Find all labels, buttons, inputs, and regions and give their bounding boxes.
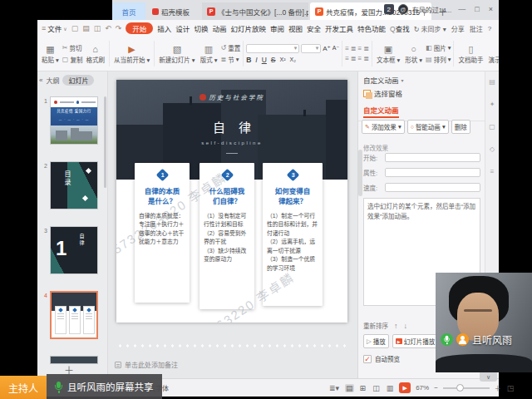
restore-button[interactable]: □ xyxy=(472,5,481,13)
slide-thumbnail-3[interactable]: 1 自律 xyxy=(50,226,98,274)
delete-effect-button[interactable]: 删除 xyxy=(451,120,470,134)
selection-pane-button[interactable]: 选择窗格 xyxy=(363,88,402,98)
slide-thumbnail-2[interactable]: 目录 xyxy=(50,161,98,209)
chevron-down-icon[interactable]: ▾ xyxy=(401,77,404,83)
decrease-font-icon[interactable]: A⁻ xyxy=(332,45,339,52)
present-tools-button[interactable]: ◫ 演示工具 ▾ xyxy=(486,38,499,69)
doc-assistant-button[interactable]: ▯ 文档助手 xyxy=(456,38,485,69)
line-spacing-icon[interactable]: ≣ xyxy=(363,55,369,62)
close-button[interactable]: × xyxy=(486,5,495,13)
content-card-3[interactable]: 3 如何变得自 律起来？ （1）制定一个可行性的目标和计划，并付诸行动 （2）远… xyxy=(263,163,323,306)
subscript-button[interactable]: X₂ xyxy=(290,57,296,62)
smart-animation-button[interactable]: ○智能动画 ▾ xyxy=(407,120,449,134)
slide-canvas[interactable]: 历史与社会学院 自律 self-discipline 1 自律的本质 是什么？ … xyxy=(116,80,347,323)
zoom-in-button[interactable]: ＋ xyxy=(495,383,501,392)
design-pane-icon[interactable]: ▢ xyxy=(489,123,495,131)
layout-button[interactable]: ▥ 版式 ▾ xyxy=(199,38,219,69)
menu-find[interactable]: Q查找 xyxy=(390,23,410,33)
superscript-button[interactable]: X² xyxy=(280,57,286,62)
copy-button[interactable]: ▢复制 xyxy=(62,55,83,64)
align-left-icon[interactable]: ≡ xyxy=(345,55,349,62)
zoom-out-button[interactable]: − xyxy=(434,384,438,392)
bullet-list-icon[interactable]: ≡ xyxy=(345,45,349,52)
zoom-level[interactable]: 67% xyxy=(416,384,429,392)
notes-page-icon[interactable]: ▥ xyxy=(386,384,395,392)
tab-animation[interactable]: 动画 xyxy=(212,23,226,33)
minimize-button[interactable]: — xyxy=(456,5,468,13)
tab-home[interactable]: 首页 xyxy=(112,2,145,20)
tab-start[interactable]: 开始 xyxy=(126,22,153,34)
add-effect-button[interactable]: ✎添加效果 ▾ xyxy=(362,120,405,134)
zoom-slider-knob[interactable] xyxy=(456,384,464,392)
slide-thumbnail-4-selected[interactable] xyxy=(50,291,98,339)
comment-button[interactable]: 批注 xyxy=(470,24,483,33)
outdent-icon[interactable]: ≣ xyxy=(363,45,369,52)
panel-scrollbar[interactable] xyxy=(104,96,106,188)
file-menu[interactable]: ≡ 文件 ∨ xyxy=(42,23,67,33)
number-list-icon[interactable]: ≣ xyxy=(351,45,357,52)
screen-share-banner[interactable]: 且听风雨的屏幕共享 xyxy=(47,374,162,399)
notes-hint-row[interactable]: 单击此处添加备注 xyxy=(115,360,178,369)
account-name[interactable]: 有风的过14... xyxy=(412,5,452,14)
more-icon[interactable]: ⋮ xyxy=(496,25,499,32)
animation-pane-icon[interactable]: ✦ xyxy=(490,101,495,108)
tab-review[interactable]: 审阅 xyxy=(270,23,284,33)
picture-button[interactable]: ◧图片 ▾ xyxy=(426,43,451,52)
tab-slideshow[interactable]: 幻灯片放映 xyxy=(230,23,266,33)
underline-button[interactable]: U xyxy=(262,56,267,64)
tab-view[interactable]: 视图 xyxy=(288,23,303,33)
play-button[interactable]: ▷播放 xyxy=(363,334,389,348)
share-button[interactable]: 分享 xyxy=(451,24,465,33)
help-button[interactable]: ? xyxy=(488,25,491,32)
tab-insert[interactable]: 插入 xyxy=(157,23,171,33)
redo-icon[interactable]: ↷ xyxy=(116,24,122,32)
tab-docer-templates[interactable]: 稻壳模板 xyxy=(147,2,200,20)
normal-view-icon[interactable]: ▤ xyxy=(345,384,354,392)
zoom-slider[interactable] xyxy=(443,382,490,393)
notes-splitter-dots[interactable] xyxy=(116,342,347,349)
shape-pane-icon[interactable]: ◇ xyxy=(490,145,495,153)
text-box-button[interactable]: ▣ 文本框 ▾ xyxy=(375,38,401,69)
fit-slide-icon[interactable]: ◳ xyxy=(506,384,515,392)
tab-devtools[interactable]: 开发工具 xyxy=(325,23,353,33)
tab-features[interactable]: 特色功能 xyxy=(357,23,386,33)
font-name-select[interactable]: ▾ xyxy=(246,44,299,53)
property-select[interactable] xyxy=(385,168,480,177)
format-painter-button[interactable]: ⌂ 格式刷 xyxy=(84,38,106,69)
slide-thumbnail-1[interactable]: 共克疫情 爱国力行 — · — · — · — xyxy=(50,96,98,145)
outline-tab[interactable]: 大纲 xyxy=(46,76,59,85)
auto-preview-checkbox[interactable]: ✓ xyxy=(363,355,372,363)
move-up-icon[interactable]: ↑ xyxy=(394,322,398,330)
slide-play-button[interactable]: ▶幻灯片播放 xyxy=(392,334,439,348)
properties-icon[interactable]: ▤ xyxy=(489,78,495,86)
avatar[interactable]: @ xyxy=(398,4,408,14)
tab-design[interactable]: 设计 xyxy=(175,23,190,33)
shape-button[interactable]: ○ 形状 ▾ xyxy=(403,38,424,69)
webcam-video-overlay[interactable]: 且听风雨 xyxy=(436,273,532,372)
sync-status[interactable]: ↻ 未同步 ▾ xyxy=(414,24,446,33)
bold-button[interactable]: B xyxy=(246,56,251,64)
preview-icon[interactable]: ◫ xyxy=(94,24,101,32)
move-down-icon[interactable]: ↓ xyxy=(404,322,408,330)
webcam-collapse-button[interactable]: ∨ xyxy=(480,372,497,382)
indent-icon[interactable]: ≡ xyxy=(358,45,362,52)
arrange-button[interactable]: ▤排列 ▾ xyxy=(426,55,451,64)
slides-tab[interactable]: 幻灯片 xyxy=(62,75,94,86)
play-from-current-button[interactable]: ▶ 从当前开始 ▾ xyxy=(112,38,151,69)
member-icon[interactable] xyxy=(456,333,469,346)
undo-icon[interactable]: ↶ xyxy=(105,24,111,32)
font-size-select[interactable]: ▾ xyxy=(301,44,321,53)
custom-animation-tab[interactable]: 自定义动画 xyxy=(363,105,399,118)
slideshow-play-button[interactable]: ▶ xyxy=(399,382,411,393)
section-button[interactable]: ≣节 ▾ xyxy=(221,55,241,64)
reading-view-icon[interactable]: ◫ xyxy=(372,384,381,392)
tab-pdf-document[interactable]: P 《士与中国文化》[...0 备份].pdf xyxy=(202,2,308,20)
content-card-2[interactable]: 2 什么阻碍我 们自律？ （1）没有制定可行性计划和目标 （2）容易受到外界的干… xyxy=(200,163,254,309)
panel-collapse-handle[interactable] xyxy=(358,150,362,196)
reset-button[interactable]: ↺重置 xyxy=(221,43,241,52)
save-icon[interactable]: ▢ xyxy=(71,24,79,32)
tab-security[interactable]: 安全 xyxy=(307,23,321,33)
slide-sorter-icon[interactable]: ⊞ xyxy=(359,384,367,392)
new-slide-button[interactable]: ▧ 新建幻灯片 ▾ xyxy=(157,38,196,69)
strikethrough-button[interactable]: S xyxy=(271,56,276,64)
